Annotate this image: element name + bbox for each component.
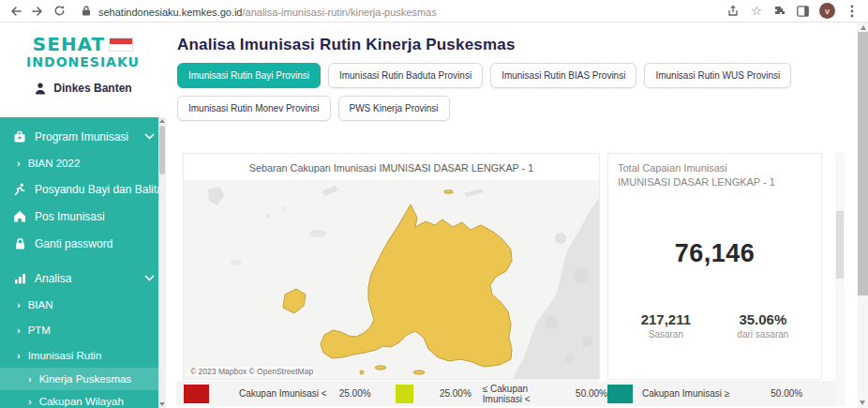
sidebar-item-cakupan-wilayah[interactable]: › Cakupan Wilayah (0, 390, 166, 408)
main-content: Analisa Imunisasi Rutin Kinerja Puskesma… (166, 23, 858, 408)
total-value: 76,146 (618, 239, 812, 268)
map-title: Sebaran Cakupan Imunisasi IMUNISASI DASA… (184, 154, 599, 174)
side-panel-icon[interactable] (796, 5, 809, 18)
tab-bar: Imunisasi Rutin Bayi Provinsi Imunisasi … (177, 63, 824, 121)
back-icon[interactable] (9, 5, 22, 18)
sidebar-item-ganti-password[interactable]: Ganti password (0, 230, 166, 257)
bar-chart-icon (13, 272, 26, 285)
sidebar-item-label: BIAN 2022 (28, 158, 81, 169)
sasaran-label: Sasaran (641, 329, 691, 340)
url-path: /analisa-imunisasi-rutin/kinerja-puskesm… (242, 7, 436, 18)
sidebar-item-analisa[interactable]: Analisa (0, 264, 166, 292)
padlock-icon (13, 237, 26, 250)
percent-metric: 35.06% dari sasaran (737, 311, 788, 340)
tab-pws-kinerja-provinsi[interactable]: PWS Kinerja Provinsi (338, 96, 450, 121)
sidebar-item-bian-2022[interactable]: › BIAN 2022 (0, 150, 166, 175)
dashboard: Sebaran Cakupan Imunisasi IMUNISASI DASA… (174, 153, 849, 408)
tab-imunisasi-rutin-bias-provinsi[interactable]: Imunisasi Rutin BIAS Provinsi (490, 63, 636, 88)
address-bar[interactable]: sehatindonesiaku.kemkes.go.id/analisa-im… (80, 3, 719, 20)
sidebar-item-label: Pos Imunisasi (35, 210, 105, 223)
profile-avatar[interactable]: v (819, 3, 835, 19)
lock-icon (80, 5, 93, 18)
sidebar: SEHAT INDONESIAKU Dinkes Banten Program … (0, 23, 166, 408)
logo-text-top: SEHAT (33, 33, 105, 55)
person-icon (34, 82, 47, 95)
legend-label: Cakupan Imunisasi < (239, 388, 327, 399)
scrollbar-thumb[interactable] (836, 211, 844, 279)
url-domain: sehatindonesiaku.kemkes.go.id (98, 7, 242, 18)
indonesia-flag-icon (109, 38, 133, 52)
runner-icon (13, 183, 26, 196)
percent-value: 35.06% (737, 311, 788, 327)
scroll-up-arrow[interactable] (159, 119, 165, 123)
sidebar-item-ptm[interactable]: › PTM (0, 317, 166, 342)
tab-imunisasi-rutin-baduta-provinsi[interactable]: Imunisasi Rutin Baduta Provinsi (328, 63, 483, 88)
bookmark-icon[interactable]: ☆ (751, 5, 762, 17)
extensions-icon[interactable] (772, 5, 786, 18)
sidebar-item-posyandu-bayi-dan-balita[interactable]: Posyandu Bayi dan Balita (0, 175, 166, 203)
legend-swatch-red (184, 385, 209, 403)
total-card-title: Total Capaian Imunisasi IMUNISASI DASAR … (618, 161, 812, 190)
medical-bag-icon (13, 130, 26, 144)
scroll-up-arrow[interactable] (861, 25, 866, 30)
logo-text-bottom: INDONESIAKU (0, 54, 166, 69)
total-card: Total Capaian Imunisasi IMUNISASI DASAR … (607, 153, 822, 380)
scrollbar-thumb[interactable] (159, 126, 165, 174)
dashboard-scrollbar[interactable] (835, 153, 845, 406)
percent-label: dari sasaran (737, 329, 788, 340)
sidebar-item-label: Program Imunisasi (35, 130, 128, 144)
sidebar-item-label: Cakupan Wilayah (39, 396, 124, 407)
sidebar-item-label: PTM (28, 325, 51, 336)
sidebar-scrollbar[interactable] (158, 117, 166, 408)
legend-item-low: Cakupan Imunisasi < 25.00% (176, 385, 396, 403)
legend-value: 25.00% (339, 388, 371, 399)
total-card-metrics: 217,211 Sasaran 35.06% dari sasaran (618, 311, 812, 340)
sidebar-item-label: Imunisasi Rutin (28, 350, 102, 361)
chevron-right-icon: › (28, 373, 32, 385)
reload-icon[interactable] (52, 5, 66, 18)
sidebar-item-label: Ganti password (35, 237, 112, 250)
page-scrollbar[interactable] (858, 23, 868, 408)
user-account[interactable]: Dinkes Banten (0, 82, 166, 95)
legend-value: 50.00% (771, 388, 802, 399)
sidebar-item-program-imunisasi[interactable]: Program Imunisasi (0, 123, 166, 150)
chevron-right-icon: › (17, 299, 21, 310)
page-title: Analisa Imunisasi Rutin Kinerja Puskesma… (177, 36, 858, 54)
sidebar-menu: Program Imunisasi › BIAN 2022 Posyandu B… (0, 117, 166, 408)
share-icon[interactable] (727, 5, 741, 18)
total-card-title-line2: IMUNISASI DASAR LENGKAP - 1 (618, 176, 775, 188)
sidebar-item-pos-imunisasi[interactable]: Pos Imunisasi (0, 203, 166, 230)
sidebar-item-kinerja-puskesmas[interactable]: › Kinerja Puskesmas (0, 368, 166, 390)
map-legend: Cakupan Imunisasi < 25.00% 25.00% ≤ Caku… (176, 381, 835, 406)
home-icon (13, 210, 26, 223)
choropleth-map[interactable] (184, 180, 600, 380)
url-text: sehatindonesiaku.kemkes.go.id/analisa-im… (98, 3, 437, 20)
tab-imunisasi-rutin-monev-provinsi[interactable]: Imunisasi Rutin Monev Provinsi (177, 96, 331, 121)
sidebar-item-label: Posyandu Bayi dan Balita (35, 183, 163, 196)
chevron-right-icon: › (28, 396, 32, 407)
legend-item-mid: 25.00% ≤ Cakupan Imunisasi < 50.00% (396, 384, 607, 404)
map-attribution[interactable]: © 2023 Mapbox © OpenStreetMap (188, 367, 315, 376)
sidebar-item-imunisasi-rutin[interactable]: › Imunisasi Rutin (0, 342, 166, 368)
sasaran-value: 217,211 (641, 311, 691, 327)
chevron-right-icon: › (17, 158, 21, 169)
sasaran-metric: 217,211 Sasaran (641, 311, 691, 340)
toolbar-actions: ☆ v (727, 3, 859, 19)
map-card: Sebaran Cakupan Imunisasi IMUNISASI DASA… (183, 153, 600, 380)
legend-value: 25.00% (440, 388, 471, 399)
scroll-down-arrow[interactable] (159, 402, 165, 406)
browser-toolbar: sehatindonesiaku.kemkes.go.id/analisa-im… (0, 0, 868, 23)
chevron-right-icon: › (17, 325, 21, 336)
forward-icon[interactable] (31, 5, 44, 18)
scrollbar-thumb[interactable] (858, 32, 868, 295)
chevron-right-icon: › (17, 350, 21, 361)
sidebar-item-bian[interactable]: › BIAN (0, 292, 166, 317)
legend-swatch-yellow (396, 385, 413, 403)
tab-imunisasi-rutin-wus-provinsi[interactable]: Imunisasi Rutin WUS Provinsi (644, 63, 791, 88)
chevron-down-icon (144, 275, 155, 282)
screen: sehatindonesiaku.kemkes.go.id/analisa-im… (0, 0, 868, 408)
scroll-down-arrow[interactable] (860, 400, 865, 405)
tab-imunisasi-rutin-bayi-provinsi[interactable]: Imunisasi Rutin Bayi Provinsi (177, 63, 321, 88)
menu-icon[interactable] (846, 5, 859, 18)
legend-item-high: Cakupan Imunisasi ≥ 50.00% (607, 385, 802, 403)
